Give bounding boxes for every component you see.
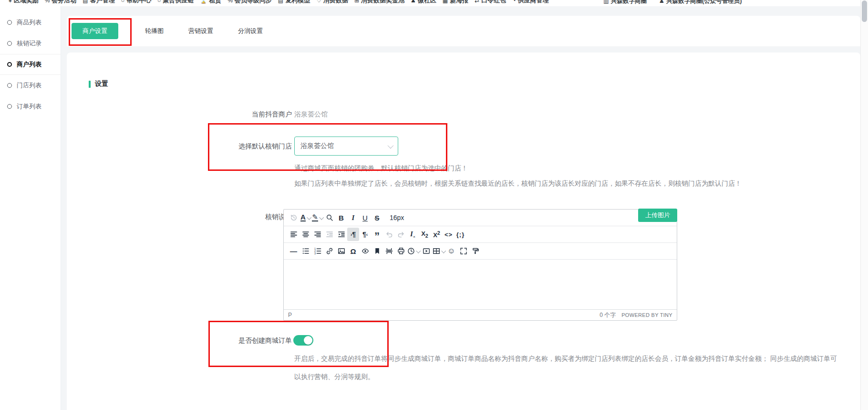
undo-button[interactable] — [383, 228, 395, 241]
plus-square-icon: ⊞ — [354, 0, 359, 5]
insert-image-icon — [338, 247, 345, 255]
left-to-right-button[interactable]: ›¶ — [347, 228, 359, 241]
editor-content-area[interactable] — [284, 260, 677, 309]
insert-link-icon — [326, 247, 333, 255]
bold-icon: B — [339, 214, 344, 222]
nav-item-10[interactable]: ⊞消费数据奖金池 — [354, 0, 404, 5]
anchor-button[interactable] — [371, 244, 383, 258]
nav-item-12[interactable]: ▦新海报 — [443, 0, 468, 5]
blockquote-button[interactable]: ” — [371, 228, 383, 241]
insert-link-button[interactable] — [323, 244, 335, 258]
special-character-button[interactable]: Ω — [347, 244, 359, 258]
nav-item-14[interactable]: ◔供应商管理 — [512, 0, 548, 5]
superscript-button[interactable]: X2 — [431, 228, 443, 241]
numbered-list-button[interactable]: 123 — [311, 244, 323, 258]
nav-item-label: 新海报 — [450, 0, 468, 5]
drawer-handle[interactable] — [62, 17, 67, 48]
trophy-icon: ¥ — [9, 0, 12, 5]
fullscreen-button[interactable] — [457, 244, 469, 258]
nav-item-2[interactable]: %会务活动 — [45, 0, 77, 5]
insert-media-button[interactable] — [420, 244, 432, 258]
subscript-icon: X2 — [421, 230, 428, 239]
format-painter-button[interactable] — [469, 244, 481, 258]
redo-button[interactable] — [395, 228, 407, 241]
nav-item-13[interactable]: ⇄口令红包 — [475, 0, 506, 5]
nav-item-label: 租赁 — [209, 0, 221, 5]
outdent-button[interactable] — [323, 228, 335, 241]
store-select[interactable]: 浴泉荟公馆 — [294, 137, 398, 156]
order-toggle-help-line2: 以执行营销、分润等规则。 — [294, 368, 840, 386]
nav-item-label: 区域奖励 — [14, 0, 39, 5]
nav-account-1[interactable]: ▥兴森数字商圈 — [603, 0, 647, 6]
italic-button[interactable]: I — [347, 211, 359, 224]
sidebar-item-门店列表[interactable]: 门店列表 — [0, 75, 61, 96]
superscript-icon: X2 — [433, 230, 440, 239]
rich-text-editor: A✎BIUS16px ›¶¶‹”I×X2X2<>{;} —123Ω☺ P 0 个… — [283, 209, 677, 321]
search-and-replace-button[interactable] — [323, 211, 335, 224]
shop-icon: ▥ — [603, 0, 609, 6]
nav-item-label: 供应商管理 — [517, 0, 548, 5]
insert-datetime-button[interactable] — [407, 244, 420, 258]
nav-item-8[interactable]: ▤复利模型 — [278, 0, 310, 5]
tab-营销设置[interactable]: 营销设置 — [188, 27, 213, 35]
bullet-list-button[interactable] — [300, 244, 311, 258]
strikethrough-button[interactable]: S — [371, 211, 383, 224]
create-order-toggle[interactable] — [293, 335, 313, 346]
nav-item-3[interactable]: ▤客户管理 — [83, 0, 114, 5]
highlight-color-button[interactable]: ✎ — [311, 211, 323, 224]
preview-button[interactable] — [359, 244, 371, 258]
right-to-left-button[interactable]: ¶‹ — [359, 228, 371, 241]
nav-item-label: 微社区 — [418, 0, 436, 5]
restore-draft-button[interactable] — [288, 211, 300, 224]
nav-account-2[interactable]: ♟兴森数字商圈(公众号管理员) — [659, 0, 742, 6]
code-sample-button[interactable]: {;} — [455, 228, 466, 241]
nav-item-6[interactable]: ⌛租赁 — [200, 0, 221, 5]
nav-item-11[interactable]: ♟微社区 — [411, 0, 436, 5]
align-center-button[interactable] — [300, 228, 311, 241]
clear-formatting-button[interactable]: I× — [407, 228, 419, 241]
radio-circle-icon — [7, 41, 12, 46]
indent-button[interactable] — [335, 228, 347, 241]
table-button[interactable] — [432, 244, 445, 258]
store-select-label: 选择默认核销门店 — [238, 142, 292, 151]
italic-icon: I — [352, 214, 355, 222]
tag-icon: % — [45, 0, 50, 5]
section-accent-bar — [89, 81, 91, 88]
tab-轮播图[interactable]: 轮播图 — [145, 27, 164, 35]
underline-button[interactable]: U — [359, 211, 371, 224]
picture-icon: ▦ — [443, 0, 448, 5]
nav-item-1[interactable]: ¥区域奖励 — [9, 0, 39, 5]
chevron-down-icon — [388, 142, 394, 148]
horizontal-rule-button[interactable]: — — [288, 244, 300, 258]
nav-item-7[interactable]: %会员等级同步 — [227, 0, 272, 5]
text-color-button[interactable]: A — [300, 211, 311, 224]
tab-分润设置[interactable]: 分润设置 — [238, 27, 263, 35]
upload-image-button[interactable]: 上传图片 — [638, 209, 677, 222]
align-left-button[interactable] — [288, 228, 300, 241]
tab-商户设置[interactable]: 商户设置 — [72, 23, 118, 39]
emoticons-button[interactable]: ☺ — [445, 244, 457, 258]
refresh-icon: ⇄ — [475, 0, 479, 5]
font-size-select[interactable]: 16px — [390, 211, 435, 224]
sidebar: 商品列表核销记录商户列表门店列表订单列表 — [0, 6, 61, 410]
scrollbar-thumb[interactable] — [862, 0, 867, 22]
align-right-button[interactable] — [311, 228, 323, 241]
insert-image-button[interactable] — [335, 244, 347, 258]
print-button[interactable] — [395, 244, 407, 258]
nav-item-9[interactable]: ♡消费数据 — [316, 0, 348, 5]
bold-button[interactable]: B — [335, 211, 347, 224]
sidebar-item-订单列表[interactable]: 订单列表 — [0, 96, 61, 117]
nav-item-5[interactable]: ○聚合供应链 — [157, 0, 194, 5]
sidebar-item-核销记录[interactable]: 核销记录 — [0, 33, 61, 54]
nav-item-label: 口令红包 — [481, 0, 506, 5]
source-code-button[interactable]: <> — [443, 228, 455, 241]
radio-circle-icon — [7, 20, 12, 25]
nav-item-label: 会务活动 — [52, 0, 76, 5]
blockquote-icon: ” — [374, 230, 380, 239]
sidebar-item-商品列表[interactable]: 商品列表 — [0, 12, 61, 33]
tag-icon: % — [227, 0, 233, 5]
page-break-button[interactable] — [383, 244, 395, 258]
sidebar-item-商户列表[interactable]: 商户列表 — [0, 54, 61, 75]
nav-item-4[interactable]: ○帮助中心 — [121, 0, 151, 5]
subscript-button[interactable]: X2 — [419, 228, 431, 241]
